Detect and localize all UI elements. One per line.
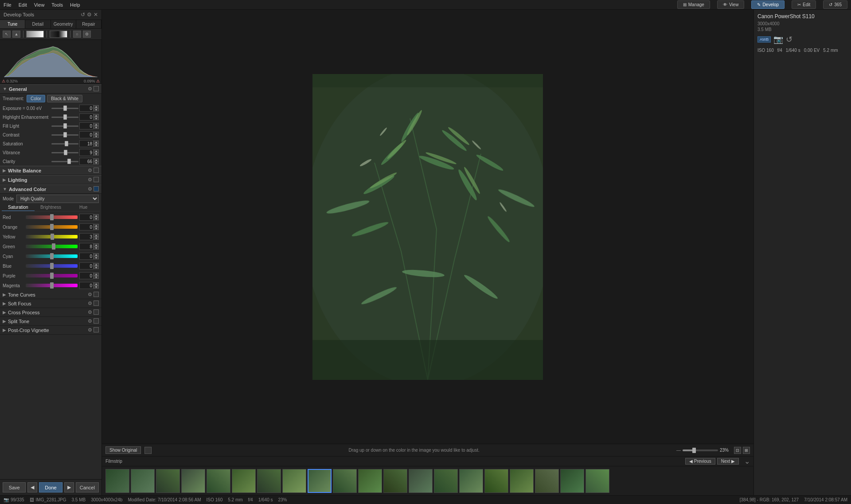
section-white-balance[interactable]: ▶ White Balance ⚙	[0, 166, 101, 175]
vibrance-input[interactable]: 9	[79, 149, 94, 156]
thumb-6[interactable]	[232, 469, 256, 493]
ac-orange-down[interactable]: ▼	[94, 227, 99, 230]
tone-swatch[interactable]	[26, 31, 44, 38]
ac-blue-down[interactable]: ▼	[94, 266, 99, 269]
ac-gear-icon[interactable]: ⚙	[88, 186, 92, 192]
ac-green-down[interactable]: ▼	[94, 246, 99, 250]
thumb-20[interactable]	[586, 469, 609, 493]
fill-light-down[interactable]: ▼	[94, 126, 99, 129]
menu-tools[interactable]: Tools	[51, 2, 63, 8]
ac-cyan-up[interactable]: ▲	[94, 253, 99, 256]
vibrance-down[interactable]: ▼	[94, 152, 99, 156]
soft-focus-gear-icon[interactable]: ⚙	[88, 301, 92, 306]
thumb-11[interactable]	[358, 469, 382, 493]
menu-help[interactable]: Help	[70, 2, 80, 8]
thumb-15[interactable]	[459, 469, 483, 493]
saturation-slider[interactable]	[51, 141, 78, 147]
clarity-up[interactable]: ▲	[94, 158, 99, 161]
view-full-btn[interactable]: ⊞	[743, 447, 750, 454]
ac-blue-input[interactable]: 0	[79, 262, 94, 270]
filmstrip-prev-btn[interactable]: ◀ ← PreviousPrevious	[685, 458, 715, 465]
section-tone-curves[interactable]: ▶ Tone Curves ⚙	[0, 290, 101, 299]
highlight-down[interactable]: ▼	[94, 117, 99, 120]
split-tone-gear-icon[interactable]: ⚙	[88, 318, 92, 324]
exposure-up[interactable]: ▲	[94, 105, 99, 108]
filmstrip-expand-btn[interactable]: ⌄	[744, 457, 750, 465]
cancel-button[interactable]: Cancel	[76, 482, 99, 492]
contrast-down[interactable]: ▼	[94, 135, 99, 138]
contrast-slider[interactable]	[51, 132, 78, 138]
tone-curves-checkbox[interactable]	[94, 292, 99, 297]
view-fit-btn[interactable]: ⊡	[734, 447, 741, 454]
ac-magenta-slider[interactable]	[26, 284, 78, 287]
reset-icon[interactable]: ↺	[81, 12, 85, 18]
thumb-7[interactable]	[257, 469, 281, 493]
ac-magenta-up[interactable]: ▲	[94, 282, 99, 285]
general-enable-checkbox[interactable]	[94, 86, 99, 91]
pcv-checkbox[interactable]	[94, 327, 99, 332]
nav-manage[interactable]: ⊞ Manage	[677, 0, 710, 9]
ac-green-input[interactable]: 8	[79, 243, 94, 250]
forward-button[interactable]: ▶	[64, 482, 74, 492]
ac-yellow-slider[interactable]	[26, 235, 78, 238]
curve-swatch[interactable]	[50, 31, 67, 38]
nav-develop[interactable]: ✎ Develop	[751, 0, 785, 9]
nav-edit[interactable]: ✂ Edit	[792, 0, 816, 9]
tab-repair[interactable]: Repair	[76, 20, 101, 28]
highlight-input[interactable]: 0	[79, 113, 94, 121]
ac-red-slider[interactable]	[26, 215, 78, 219]
highlight-up[interactable]: ▲	[94, 114, 99, 117]
thumb-18[interactable]	[535, 469, 559, 493]
section-post-crop-vignette[interactable]: ▶ Post-Crop Vignette ⚙	[0, 326, 101, 335]
ac-cyan-slider[interactable]	[26, 254, 78, 258]
image-viewport[interactable]	[102, 10, 753, 444]
wb-gear-icon[interactable]: ⚙	[88, 168, 92, 173]
soft-focus-checkbox[interactable]	[94, 301, 99, 306]
ac-blue-up[interactable]: ▲	[94, 263, 99, 266]
ac-red-input[interactable]: 0	[79, 214, 94, 221]
clarity-input[interactable]: 66	[79, 158, 94, 165]
tool-pointer[interactable]: ↖	[3, 31, 11, 38]
section-split-tone[interactable]: ▶ Split Tone ⚙	[0, 317, 101, 326]
ac-purple-slider[interactable]	[26, 274, 78, 277]
ac-orange-up[interactable]: ▲	[94, 224, 99, 227]
ac-purple-up[interactable]: ▲	[94, 273, 99, 276]
highlight-slider[interactable]	[51, 114, 78, 120]
ac-magenta-down[interactable]: ▼	[94, 285, 99, 289]
tone-curves-gear-icon[interactable]: ⚙	[88, 292, 92, 297]
settings-icon[interactable]: ⚙	[87, 12, 92, 18]
menu-view[interactable]: View	[34, 2, 45, 8]
ac-tab-saturation[interactable]: Saturation	[2, 204, 35, 211]
ac-magenta-input[interactable]: 0	[79, 282, 94, 289]
saturation-input[interactable]: 18	[79, 140, 94, 147]
ac-yellow-up[interactable]: ▲	[94, 234, 99, 237]
ac-purple-down[interactable]: ▼	[94, 276, 99, 279]
cross-process-gear-icon[interactable]: ⚙	[88, 309, 92, 315]
done-button[interactable]: Done	[39, 482, 62, 492]
thumb-16[interactable]	[484, 469, 508, 493]
vibrance-up[interactable]: ▲	[94, 149, 99, 152]
thumb-12[interactable]	[383, 469, 407, 493]
ac-mode-select[interactable]: High Quality	[16, 195, 99, 203]
ac-yellow-down[interactable]: ▼	[94, 237, 99, 240]
tool-triangle[interactable]: ▲	[12, 31, 20, 38]
ac-orange-slider[interactable]	[26, 225, 78, 229]
rotate-icon[interactable]: ↺	[786, 35, 792, 44]
section-lighting[interactable]: ▶ Lighting ⚙	[0, 175, 101, 184]
zoom-slider[interactable]	[683, 449, 718, 451]
clarity-down[interactable]: ▼	[94, 161, 99, 164]
camera-icon[interactable]: 📷	[773, 35, 783, 44]
menu-file[interactable]: File	[4, 2, 12, 8]
exposure-input[interactable]: 0	[79, 105, 94, 112]
fill-light-slider[interactable]	[51, 123, 78, 129]
main-image[interactable]	[312, 74, 543, 380]
exposure-slider[interactable]	[51, 105, 78, 111]
pcv-gear-icon[interactable]: ⚙	[88, 327, 92, 333]
close-panel-icon[interactable]: ✕	[94, 12, 98, 18]
nav-view[interactable]: 👁 View	[717, 0, 745, 9]
exposure-down[interactable]: ▼	[94, 108, 99, 111]
section-soft-focus[interactable]: ▶ Soft Focus ⚙	[0, 299, 101, 308]
back-button[interactable]: ◀	[27, 482, 37, 492]
ac-cyan-input[interactable]: 0	[79, 253, 94, 260]
menu-edit[interactable]: Edit	[19, 2, 27, 8]
